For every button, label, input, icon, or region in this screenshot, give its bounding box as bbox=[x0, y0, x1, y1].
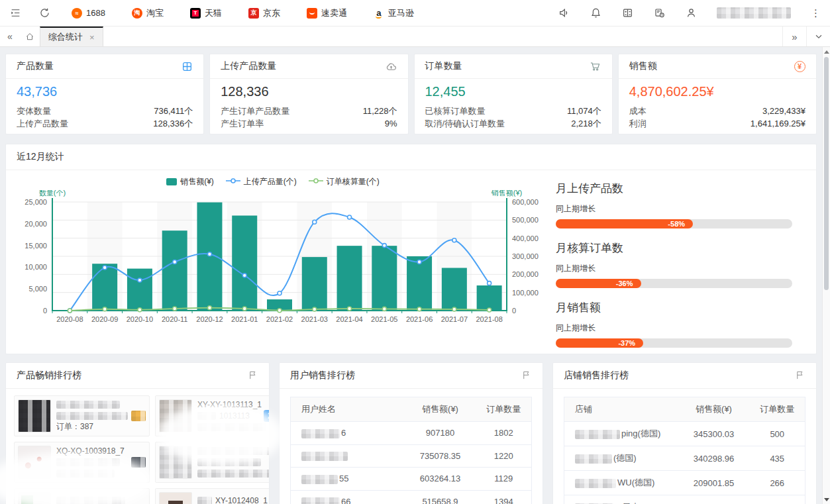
product-text: XQ-XQ-1003918_7 bbox=[56, 446, 125, 456]
kpi-progress-track: -37% bbox=[556, 338, 792, 348]
svg-text:2020-12: 2020-12 bbox=[196, 315, 223, 323]
orders-cell: 1394 bbox=[476, 490, 532, 504]
product-card-line: XY-1012408_1 bbox=[197, 495, 270, 504]
svg-text:2021-07: 2021-07 bbox=[441, 315, 468, 323]
svg-text:0: 0 bbox=[512, 307, 516, 315]
announcement-icon[interactable] bbox=[558, 7, 570, 19]
svg-text:2020-08: 2020-08 bbox=[56, 315, 83, 323]
chart-panel-header: 近12月统计 bbox=[6, 144, 816, 170]
legend-item[interactable]: 销售额(¥) bbox=[166, 176, 214, 187]
redacted-name bbox=[301, 452, 348, 461]
kpi-sublabel: 同上期增长 bbox=[556, 263, 792, 274]
product-card[interactable] bbox=[155, 442, 270, 483]
user-ranking-panel: 用户销售排行榜 用户姓名销售额(¥)订单数量69071801802735078.… bbox=[279, 362, 543, 504]
table-row: n(日本)199265.69840 bbox=[564, 495, 805, 504]
stat-card-uploaded-products: 上传产品数量128,336产生订单产品数量11,228个产生订单率9% bbox=[209, 54, 408, 134]
redacted-text bbox=[56, 412, 128, 420]
kpi-title: 月核算订单数 bbox=[556, 240, 792, 256]
product-card[interactable] bbox=[14, 488, 150, 504]
scrollbar-thumb[interactable] bbox=[824, 57, 829, 290]
product-card-line bbox=[56, 495, 146, 504]
product-image bbox=[159, 492, 192, 504]
svg-text:10,000: 10,000 bbox=[25, 263, 47, 271]
more-menu-icon[interactable]: ⋮ bbox=[811, 7, 821, 19]
username-redacted[interactable] bbox=[717, 7, 791, 19]
redacted-text bbox=[197, 470, 270, 478]
svg-text:0: 0 bbox=[43, 307, 47, 315]
vertical-scrollbar[interactable] bbox=[822, 47, 830, 504]
stat-card-row: 取消/待确认订单数量2,218个 bbox=[425, 117, 601, 130]
kpi-progress-fill: -37% bbox=[556, 338, 643, 348]
stat-card-row: 上传产品数量128,336个 bbox=[17, 117, 193, 130]
tabs-menu-chevron-icon[interactable] bbox=[806, 26, 830, 46]
stat-card-body: 43,736变体数量736,411个上传产品数量128,336个 bbox=[6, 79, 203, 135]
refresh-icon[interactable] bbox=[38, 7, 50, 19]
product-card-line bbox=[56, 411, 146, 421]
cloud-icon bbox=[386, 60, 397, 72]
tab-close-icon[interactable]: × bbox=[89, 32, 95, 42]
product-card-line bbox=[197, 468, 270, 478]
sales-cell: 345300.03 bbox=[678, 422, 750, 446]
expand-tabs-icon[interactable]: » bbox=[782, 26, 806, 46]
legend-item[interactable]: 上传产品量(个) bbox=[226, 176, 297, 187]
product-card-line bbox=[197, 422, 270, 432]
product-card[interactable]: 订单：387 bbox=[14, 395, 150, 436]
legend-item[interactable]: 订单核算量(个) bbox=[309, 176, 380, 187]
chart-panel-title: 近12月统计 bbox=[17, 151, 64, 163]
product-card[interactable]: XY-XY-1013113_110131132 bbox=[155, 395, 270, 436]
scroll-down-arrow[interactable] bbox=[823, 495, 830, 503]
redacted-name bbox=[575, 430, 620, 439]
stat-card-title: 产品数量 bbox=[17, 60, 54, 72]
apps-grid-icon[interactable] bbox=[621, 7, 633, 19]
legend-bar-swatch bbox=[166, 178, 177, 185]
user-panel-header: 用户销售排行榜 bbox=[280, 363, 543, 389]
scroll-up-arrow[interactable] bbox=[823, 48, 830, 56]
product-card-lines bbox=[197, 446, 270, 479]
platform-tab-taobao[interactable]: 淘淘宝 bbox=[132, 7, 164, 19]
ranking-table: 用户姓名销售额(¥)订单数量69071801802735078.35122055… bbox=[290, 397, 532, 504]
platform-tab-label: 淘宝 bbox=[146, 7, 164, 19]
stat-card-header: 订单数量 bbox=[415, 54, 612, 79]
stat-card-row: 产生订单率9% bbox=[221, 117, 397, 130]
chart-legend[interactable]: 销售额(¥)上传产品量(个)订单核算量(个) bbox=[6, 173, 540, 190]
taobao-icon: 淘 bbox=[132, 8, 142, 19]
column-header: 订单数量 bbox=[476, 397, 532, 422]
home-icon[interactable] bbox=[20, 26, 40, 46]
name-suffix: 66 bbox=[341, 497, 350, 504]
stat-card-header: 产品数量 bbox=[6, 54, 203, 79]
platform-tab-aliexpress[interactable]: 速卖通 bbox=[307, 7, 347, 19]
sales-cell: 340298.96 bbox=[678, 446, 750, 471]
platform-tab-amazon[interactable]: a亚马逊 bbox=[374, 7, 414, 19]
flag-icon bbox=[521, 370, 532, 381]
product-card[interactable]: XQ-XQ-1003918_7 bbox=[14, 442, 150, 483]
product-card[interactable]: XY-1012408_1 bbox=[155, 488, 270, 504]
stat-card-title: 上传产品数量 bbox=[221, 60, 276, 72]
collapse-tabs-icon[interactable]: « bbox=[0, 26, 20, 46]
svg-text:2020-09: 2020-09 bbox=[91, 315, 118, 323]
redacted-thumbnail bbox=[131, 411, 146, 421]
product-image bbox=[18, 446, 51, 479]
redacted-name bbox=[301, 497, 340, 504]
user-icon[interactable] bbox=[685, 7, 697, 19]
name-cell: 66 bbox=[291, 490, 405, 504]
name-suffix: WU(德国) bbox=[617, 478, 654, 487]
stat-card-product-count: 产品数量43,736变体数量736,411个上传产品数量128,336个 bbox=[5, 54, 204, 134]
product-image bbox=[159, 446, 192, 479]
toolbar-right: ⋮ bbox=[558, 7, 821, 19]
platform-tab-tmall[interactable]: T天猫 bbox=[190, 7, 222, 19]
stat-card-row: 利润1,641,169.25¥ bbox=[629, 117, 805, 130]
notification-bell-icon[interactable] bbox=[590, 7, 601, 19]
stat-card-row: 产生订单产品数量11,228个 bbox=[221, 105, 397, 117]
menu-fold-icon[interactable] bbox=[9, 7, 21, 19]
platform-tab-jd[interactable]: 京京东 bbox=[248, 7, 280, 19]
stat-card-header: 销售额¥ bbox=[619, 54, 816, 79]
name-cell: ping(德国) bbox=[564, 422, 678, 446]
stat-card-body: 4,870,602.25¥成本3,229,433¥利润1,641,169.25¥ bbox=[619, 79, 816, 135]
tab-comprehensive-stats[interactable]: 综合统计 × bbox=[40, 26, 103, 46]
platform-tab-1688[interactable]: ≈1688 bbox=[72, 8, 105, 19]
name-suffix: 6 bbox=[341, 428, 346, 438]
customer-service-icon[interactable] bbox=[653, 7, 665, 19]
row-label: 利润 bbox=[629, 117, 647, 130]
combo-chart[interactable]: 05,00010,00015,00020,00025,0000100,00020… bbox=[6, 190, 540, 332]
count-badge: 2 bbox=[264, 410, 270, 422]
